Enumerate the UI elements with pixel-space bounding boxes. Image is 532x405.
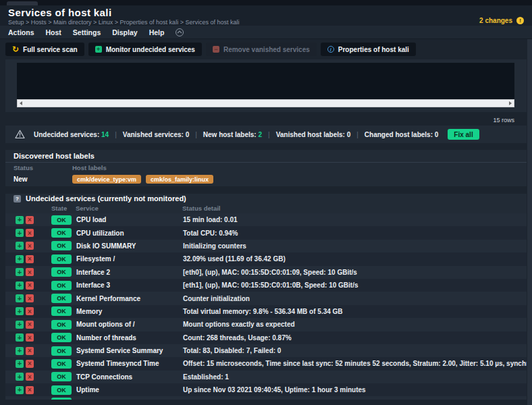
menu-item-display[interactable]: Display [112, 28, 137, 36]
column-status: Status [14, 164, 72, 171]
add-service-button[interactable]: + [16, 268, 24, 276]
toolbar-button-remove-vanished-services[interactable]: −Remove vanished services [206, 43, 317, 56]
ignore-service-button[interactable]: × [26, 386, 34, 394]
state-badge: OK [51, 320, 72, 329]
add-service-button[interactable]: + [16, 347, 24, 355]
service-detail: [eth0], (up), MAC: 00:15:5D:C0:01:09, Sp… [183, 269, 527, 276]
service-row: +×OKKernel PerformanceCounter initializa… [5, 292, 527, 304]
summary-value: 2 [258, 131, 262, 138]
state-badge: OK [51, 281, 72, 290]
info-icon: i [327, 46, 334, 53]
toolbar-button-label: Remove vanished services [223, 46, 310, 53]
services-column-headers: State Service Status detail [5, 203, 527, 213]
summary-value: 14 [101, 131, 109, 138]
service-name: Disk IO SUMMARY [76, 242, 183, 250]
summary-item: Vanished host labels: 0 [276, 131, 351, 138]
add-service-button[interactable]: + [16, 321, 24, 329]
menu-item-host[interactable]: Host [46, 28, 61, 36]
toolbar-button-properties-of-host-kali[interactable]: iProperties of host kali [321, 43, 416, 56]
add-service-button[interactable]: + [16, 281, 24, 290]
add-service-button[interactable]: + [16, 242, 24, 250]
service-row: +×OKSystemd Service SummaryTotal: 83, Di… [5, 344, 527, 357]
service-row: +×OKMount options of /Mount options exac… [5, 318, 527, 331]
service-row: +×OKCPU load15 min load: 0.01 [5, 213, 527, 226]
service-detail: 32.09% used (11.69 of 36.42 GB) [183, 255, 527, 263]
ignore-service-button[interactable]: × [26, 307, 34, 315]
summary-separator: | [195, 131, 197, 138]
menu-item-actions[interactable]: Actions [8, 28, 34, 36]
warning-icon [15, 130, 25, 139]
service-detail: Counter initialization [183, 295, 527, 302]
state-badge: OK [51, 215, 72, 225]
state-badge: OK [51, 398, 72, 400]
state-badge: OK [51, 372, 72, 381]
service-row: +×OKCPU utilizationTotal CPU: 0.94% [5, 226, 527, 239]
host-labels-title: Discovered host labels [5, 150, 527, 163]
add-service-button[interactable]: + [16, 229, 24, 237]
ignore-service-button[interactable]: × [26, 333, 34, 342]
menu-item-help[interactable]: Help [149, 28, 165, 36]
add-service-button[interactable]: + [16, 373, 24, 381]
service-row: +×OKTCP ConnectionsEstablished: 1 [5, 371, 527, 383]
add-service-button[interactable]: + [16, 386, 24, 394]
toolbar-button-monitor-undecided-services[interactable]: +Monitor undecided services [88, 43, 202, 56]
toolbar-button-label: Full service scan [23, 46, 78, 53]
column-host-labels: Host labels [72, 164, 527, 171]
ignore-service-button[interactable]: × [26, 281, 34, 290]
services-rows: +×OKCPU load15 min load: 0.01+×OKCPU uti… [5, 213, 527, 400]
changes-label: 2 changes [479, 17, 512, 24]
summary-value: 0 [435, 131, 439, 138]
state-badge: OK [51, 359, 72, 369]
service-detail: [eth1], (up), MAC: 00:15:5D:C0:01:0B, Sp… [183, 281, 527, 289]
service-detail: Total CPU: 0.94% [183, 230, 527, 237]
menu-items: ActionsHostSettingsDisplayHelp [8, 28, 164, 36]
changes-button[interactable]: 2 changes ! [479, 17, 524, 24]
service-name: Number of threads [76, 334, 183, 342]
ignore-service-button[interactable]: × [26, 294, 34, 302]
add-service-button[interactable]: + [16, 255, 24, 263]
add-service-button[interactable]: + [16, 216, 24, 224]
ignore-service-button[interactable]: × [26, 373, 34, 381]
summary-value: 0 [186, 131, 190, 138]
service-row: OK [5, 396, 527, 400]
state-badge: OK [51, 254, 72, 264]
service-detail: Mount options exactly as expected [183, 321, 527, 328]
service-name: Uptime [76, 386, 183, 394]
service-name: CPU load [76, 216, 183, 223]
ignore-service-button[interactable]: × [26, 216, 34, 224]
service-row: +×OKNumber of threadsCount: 268 threads,… [5, 331, 527, 344]
horizontal-scrollbar[interactable] [17, 99, 514, 107]
add-service-button[interactable]: + [16, 333, 24, 342]
service-detail: Count: 268 threads, Usage: 0.87% [183, 334, 527, 342]
ignore-service-button[interactable]: × [26, 255, 34, 263]
toolbar-button-label: Monitor undecided services [106, 46, 195, 53]
scroll-right-icon[interactable] [509, 101, 512, 105]
fix-all-button[interactable]: Fix all [448, 129, 479, 140]
service-detail: Total: 83, Disabled: 7, Failed: 0 [183, 347, 527, 354]
services-section-header: ? Undecided services (currently not moni… [5, 194, 527, 203]
breadcrumb[interactable]: Setup > Hosts > Main directory > Linux >… [8, 19, 239, 26]
add-service-button[interactable]: + [16, 294, 24, 302]
scan-output-frame [17, 63, 514, 107]
host-label-row: New cmk/device_type:vmcmk/os_family:linu… [5, 172, 527, 186]
scroll-left-icon[interactable] [20, 101, 22, 105]
question-icon: ? [14, 195, 21, 202]
ignore-service-button[interactable]: × [26, 242, 34, 250]
add-service-button[interactable]: + [16, 307, 24, 315]
state-badge: OK [51, 228, 72, 238]
ignore-service-button[interactable]: × [26, 268, 34, 276]
refresh-icon: ↻ [12, 46, 19, 53]
ignore-service-button[interactable]: × [26, 360, 34, 368]
service-name: CPU utilization [76, 230, 183, 237]
ignore-service-button[interactable]: × [26, 229, 34, 237]
summary-item: Changed host labels: 0 [365, 131, 438, 138]
host-labels-column-headers: Status Host labels [5, 163, 527, 172]
vertical-scrollbar[interactable] [527, 39, 532, 405]
collapse-menu-icon[interactable] [176, 28, 184, 36]
menu-item-settings[interactable]: Settings [73, 28, 101, 36]
ignore-service-button[interactable]: × [26, 321, 34, 329]
add-service-button[interactable]: + [16, 360, 24, 368]
state-badge: OK [51, 267, 72, 277]
ignore-service-button[interactable]: × [26, 347, 34, 355]
toolbar-button-full-service-scan[interactable]: ↻Full service scan [5, 43, 84, 56]
